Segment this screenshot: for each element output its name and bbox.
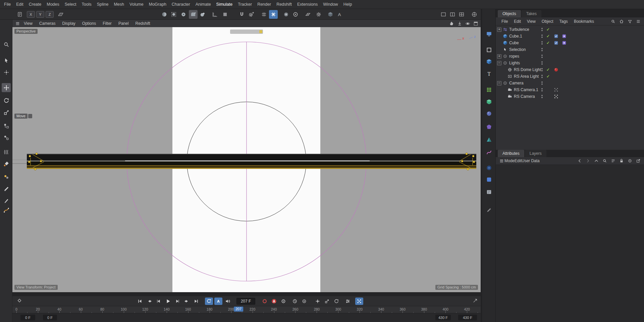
objects-menu-view[interactable]: View: [524, 19, 539, 24]
keyframe-icon[interactable]: [279, 298, 287, 305]
popout-icon[interactable]: [635, 158, 641, 164]
pen-icon[interactable]: [2, 196, 11, 205]
objects-menu-file[interactable]: File: [498, 19, 511, 24]
viewport-menu-filter[interactable]: Filter: [99, 21, 115, 26]
plane-icon[interactable]: [221, 10, 229, 19]
object-name[interactable]: RS Camera: [514, 94, 535, 99]
render-region-icon[interactable]: [169, 10, 178, 19]
attributes-menu-edit[interactable]: Edit: [515, 158, 522, 163]
arrow-right-icon[interactable]: [585, 158, 591, 164]
pencil-icon[interactable]: [484, 205, 493, 214]
timeline-ruler[interactable]: 0204060801001201401601802002202402602803…: [12, 306, 481, 313]
tree-row-lights[interactable]: −Lights: [496, 60, 644, 66]
menu-icon[interactable]: [635, 18, 641, 24]
home-icon[interactable]: [619, 18, 625, 24]
frame-all-icon[interactable]: [484, 45, 493, 54]
viewport-menu-options[interactable]: Options: [79, 21, 99, 26]
enabled-check-icon[interactable]: ✓: [546, 41, 550, 45]
layout-quad-icon[interactable]: [457, 10, 466, 19]
menu-extensions[interactable]: Extensions: [294, 1, 320, 8]
expander-plus-icon[interactable]: +: [497, 54, 501, 59]
volume-object-icon[interactable]: [484, 97, 493, 106]
jump-end-icon[interactable]: [192, 298, 200, 305]
menu-simulate[interactable]: Simulate: [214, 1, 235, 8]
gear-icon[interactable]: [314, 10, 323, 19]
menu-file[interactable]: File: [1, 1, 13, 8]
knife-icon[interactable]: [2, 184, 11, 193]
menu-modes[interactable]: Modes: [44, 1, 62, 8]
magnify-icon[interactable]: [2, 40, 11, 49]
dual-dot-icon[interactable]: [2, 172, 11, 181]
ruler-icon[interactable]: [210, 10, 219, 19]
visibility-dots[interactable]: [541, 68, 543, 71]
filter-icon[interactable]: [627, 18, 633, 24]
rec-rotation-icon[interactable]: [332, 298, 340, 305]
sim-solver-icon[interactable]: [291, 10, 300, 19]
live-selection-icon[interactable]: [2, 56, 11, 65]
viewport-menu-panel[interactable]: Panel: [115, 21, 132, 26]
rope-tool-icon[interactable]: [2, 147, 11, 156]
visibility-dots[interactable]: [541, 48, 543, 51]
menu-tracker[interactable]: Tracker: [235, 1, 255, 8]
range-end-field-2[interactable]: 430 F: [458, 315, 477, 320]
playmode-a-icon[interactable]: A: [214, 298, 222, 305]
sphere-object-icon[interactable]: [484, 109, 493, 118]
hand-icon[interactable]: [448, 20, 454, 26]
object-name[interactable]: Camera: [509, 81, 524, 85]
enabled-check-icon[interactable]: ✓: [546, 67, 550, 72]
object-name[interactable]: Cube: [509, 41, 519, 45]
disc-object-icon[interactable]: [484, 163, 493, 172]
tag-purple-icon[interactable]: [561, 34, 567, 39]
rec-scale-icon[interactable]: [323, 298, 331, 305]
enabled-check-icon[interactable]: ✓: [546, 74, 550, 79]
menu-tools[interactable]: Tools: [79, 1, 94, 8]
workplane-mode-icon[interactable]: [304, 10, 312, 19]
menu-window[interactable]: Window: [320, 1, 340, 8]
menu-edit[interactable]: Edit: [13, 1, 26, 8]
menu-redshift[interactable]: Redshift: [274, 1, 294, 8]
expander-minus-icon[interactable]: −: [497, 81, 501, 85]
menu-render[interactable]: Render: [255, 1, 274, 8]
tab-attributes[interactable]: Attributes: [498, 150, 524, 157]
gear-plus-icon[interactable]: [247, 10, 256, 19]
diamond-icon[interactable]: [16, 298, 22, 304]
matrix-object-icon[interactable]: [484, 85, 493, 94]
object-name[interactable]: Cube.1: [509, 34, 522, 39]
record-icon[interactable]: [261, 298, 269, 305]
menu-icon[interactable]: [14, 20, 20, 26]
tree-row-rs-dome-light[interactable]: RS Dome Light✓: [496, 66, 644, 73]
rec-parameter-icon[interactable]: [344, 298, 352, 305]
attributes-menu-mode[interactable]: Mode: [504, 158, 515, 163]
sound-icon[interactable]: [224, 298, 232, 305]
visibility-dots[interactable]: [541, 88, 543, 91]
visibility-dots[interactable]: [541, 35, 543, 38]
pyramid-object-icon[interactable]: [484, 135, 493, 144]
menu-volume[interactable]: Volume: [127, 1, 146, 8]
objects-menu-bookmarks[interactable]: Bookmarks: [571, 19, 597, 24]
next-key-icon[interactable]: [183, 298, 191, 305]
menu-select[interactable]: Select: [62, 1, 79, 8]
render-ipr-icon[interactable]: [179, 10, 188, 19]
expander-plus-icon[interactable]: +: [497, 27, 501, 32]
viewport-menu-cameras[interactable]: Cameras: [36, 21, 59, 26]
tab-objects[interactable]: Objects: [498, 10, 521, 17]
tag-blue-icon[interactable]: [553, 34, 558, 39]
target-bright-icon[interactable]: [553, 94, 558, 99]
object-name[interactable]: RS Dome Light: [514, 67, 541, 72]
tab-takes[interactable]: Takes: [522, 10, 541, 17]
range-end-field[interactable]: 430 F: [435, 315, 451, 320]
sim-field-icon[interactable]: [282, 10, 290, 19]
tag-blue-icon[interactable]: [553, 41, 558, 46]
autokey-icon[interactable]: A: [270, 298, 278, 305]
next-frame-icon[interactable]: [173, 298, 181, 305]
menu-character[interactable]: Character: [169, 1, 193, 8]
menu-icon[interactable]: [498, 158, 504, 164]
range-start-field[interactable]: 0 F: [20, 315, 35, 320]
move-icon[interactable]: [2, 83, 11, 92]
objects-menu-tags[interactable]: Tags: [556, 19, 571, 24]
pin-icon[interactable]: [457, 20, 463, 26]
list-icon[interactable]: [610, 158, 616, 164]
visibility-dots[interactable]: [541, 41, 543, 45]
arrow-left-icon[interactable]: [577, 158, 583, 164]
search-icon[interactable]: [610, 18, 616, 24]
